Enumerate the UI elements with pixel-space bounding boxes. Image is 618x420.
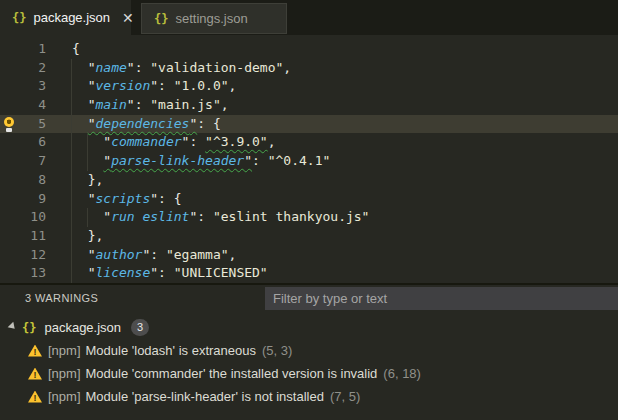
json-file-icon: {} [12, 11, 26, 25]
code-text: }, [46, 227, 103, 246]
code-line[interactable]: 7 "parse-link-header": "^0.4.1" [0, 152, 618, 171]
code-line[interactable]: 2 "name": "validation-demo", [0, 59, 618, 78]
code-line[interactable]: 5 "dependencies": { [0, 115, 618, 134]
line-number: 8 [20, 171, 46, 190]
glyph-margin [0, 40, 20, 59]
code-text: "parse-link-header": "^0.4.1" [46, 152, 330, 171]
warning-location: (6, 18) [383, 366, 421, 381]
glyph-margin [0, 246, 20, 265]
warning-row[interactable]: ![npm]Module 'lodash' is extraneous(5, 3… [0, 339, 618, 362]
line-number: 1 [20, 40, 46, 59]
code-text: "version": "1.0.0", [46, 77, 236, 96]
glyph-margin [0, 190, 20, 209]
code-text: "scripts": { [46, 190, 182, 209]
code-line[interactable]: 1{ [0, 40, 618, 59]
tab-package-json[interactable]: {} package.json ✕ [0, 0, 131, 35]
line-number: 6 [20, 133, 46, 152]
warning-count-badge: 3 [131, 319, 149, 336]
line-number: 13 [20, 264, 46, 283]
code-text: "dependencies": { [46, 115, 221, 134]
panel-title: 3 WARNINGS [25, 292, 98, 304]
glyph-margin [0, 227, 20, 246]
line-number: 3 [20, 77, 46, 96]
glyph-margin [0, 133, 20, 152]
editor[interactable]: 1{2 "name": "validation-demo",3 "version… [0, 35, 618, 283]
json-file-icon: {} [22, 321, 36, 335]
filter-input[interactable] [265, 287, 618, 310]
tab-label: package.json [33, 10, 110, 25]
warning-message: Module 'commander' the installed version… [86, 366, 378, 381]
code-line[interactable]: 3 "version": "1.0.0", [0, 77, 618, 96]
code-lines: 1{2 "name": "validation-demo",3 "version… [0, 40, 618, 283]
vscode-window: {} package.json ✕ {} settings.json 1{2 "… [0, 0, 618, 420]
tab-settings-json[interactable]: {} settings.json [141, 3, 287, 34]
line-number: 4 [20, 96, 46, 115]
warning-source: [npm] [48, 389, 81, 404]
problems-tree: {} package.json 3 ![npm]Module 'lodash' … [0, 316, 618, 408]
glyph-margin [0, 96, 20, 115]
code-text: "main": "main.js", [46, 96, 229, 115]
code-text: { [46, 40, 80, 59]
panel-header: 3 WARNINGS [0, 285, 618, 313]
line-number: 10 [20, 208, 46, 227]
warning-row[interactable]: ![npm]Module 'commander' the installed v… [0, 362, 618, 385]
warning-message: Module 'parse-link-header' is not instal… [86, 389, 324, 404]
code-line[interactable]: 12 "author": "egamma", [0, 246, 618, 265]
warning-icon: ! [28, 368, 42, 380]
glyph-margin [0, 115, 20, 134]
code-line[interactable]: 11 }, [0, 227, 618, 246]
close-icon[interactable]: ✕ [122, 11, 134, 25]
code-text: }, [46, 171, 103, 190]
warning-location: (5, 3) [262, 343, 292, 358]
tab-label: settings.json [175, 11, 247, 26]
code-line[interactable]: 13 "license": "UNLICENSED" [0, 264, 618, 283]
line-number: 7 [20, 152, 46, 171]
code-line[interactable]: 9 "scripts": { [0, 190, 618, 209]
code-line[interactable]: 6 "commander": "^3.9.0", [0, 133, 618, 152]
problems-panel: 3 WARNINGS {} package.json 3 ![npm]Modul… [0, 283, 618, 420]
line-number: 9 [20, 190, 46, 209]
code-text: "author": "egamma", [46, 246, 236, 265]
code-line[interactable]: 8 }, [0, 171, 618, 190]
file-label: package.json [44, 320, 121, 335]
lightbulb-icon[interactable] [3, 117, 15, 132]
line-number: 12 [20, 246, 46, 265]
code-text: "license": "UNLICENSED" [46, 264, 268, 283]
warning-row[interactable]: ![npm]Module 'parse-link-header' is not … [0, 385, 618, 408]
code-text: "name": "validation-demo", [46, 59, 291, 78]
glyph-margin [0, 59, 20, 78]
glyph-margin [0, 208, 20, 227]
line-number: 5 [20, 115, 46, 134]
glyph-margin [0, 77, 20, 96]
glyph-margin [0, 152, 20, 171]
warning-message: Module 'lodash' is extraneous [86, 343, 256, 358]
line-number: 2 [20, 59, 46, 78]
line-number: 11 [20, 227, 46, 246]
tab-bar: {} package.json ✕ {} settings.json [0, 0, 618, 35]
json-file-icon: {} [154, 12, 168, 26]
warning-icon: ! [28, 345, 42, 357]
glyph-margin [0, 171, 20, 190]
warning-source: [npm] [48, 343, 81, 358]
tree-item-package-json[interactable]: {} package.json 3 [0, 316, 618, 339]
glyph-margin [0, 264, 20, 283]
chevron-expanded-icon[interactable] [8, 321, 21, 334]
code-text: "commander": "^3.9.0", [46, 133, 276, 152]
warning-list: ![npm]Module 'lodash' is extraneous(5, 3… [0, 339, 618, 408]
code-text: "run eslint": "eslint thankyou.js" [46, 208, 369, 227]
code-line[interactable]: 10 "run eslint": "eslint thankyou.js" [0, 208, 618, 227]
warning-source: [npm] [48, 366, 81, 381]
code-line[interactable]: 4 "main": "main.js", [0, 96, 618, 115]
warning-location: (7, 5) [330, 389, 360, 404]
warning-icon: ! [28, 391, 42, 403]
